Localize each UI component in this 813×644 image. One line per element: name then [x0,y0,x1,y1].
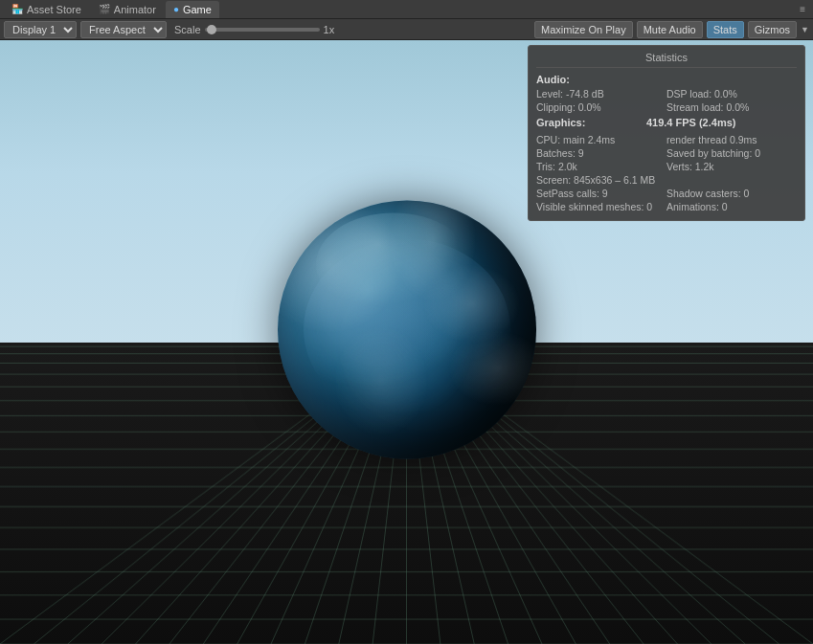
visible-row: Visible skinned meshes: 0 Animations: 0 [536,201,797,212]
tris-row: Tris: 2.0k Verts: 1.2k [536,161,797,172]
gizmos-chevron[interactable]: ▼ [801,25,809,34]
scale-slider[interactable] [205,28,320,32]
tris-label: Tris: 2.0k [536,161,666,172]
scale-slider-thumb [207,25,216,34]
viewport: Statistics Audio: Level: -74.8 dB DSP lo… [0,40,813,644]
setpass-label: SetPass calls: 9 [536,188,666,199]
verts-label: Verts: 1.2k [666,161,797,172]
shadow-label: Shadow casters: 0 [666,188,797,199]
tab-asset-store-label: Asset Store [27,4,81,15]
mute-button[interactable]: Mute Audio [637,21,703,38]
display-select[interactable]: Display 1 [4,21,77,38]
audio-header: Audio: [536,74,797,85]
store-icon: 🏪 [11,4,23,14]
visible-label: Visible skinned meshes: 0 [536,201,666,212]
planet-clouds [278,200,536,458]
screen-row: Screen: 845x636 – 6.1 MB [536,174,797,186]
saved-label: Saved by batching: 0 [666,147,797,159]
tab-animator[interactable]: 🎬 Animator [91,1,164,18]
scale-slider-container: 1x [205,24,335,35]
animator-icon: 🎬 [99,4,110,14]
tab-game-label: Game [183,4,212,15]
animations-label: Animations: 0 [666,201,797,212]
setpass-row: SetPass calls: 9 Shadow casters: 0 [536,188,797,199]
audio-clipping-row: Clipping: 0.0% Stream load: 0.0% [536,101,797,113]
scale-value: 1x [324,24,335,35]
batches-label: Batches: 9 [536,147,666,159]
tab-menu-button[interactable]: ≡ [796,4,809,14]
render-label: render thread 0.9ms [666,134,797,145]
maximize-button[interactable]: Maximize On Play [534,21,633,38]
tab-animator-label: Animator [114,4,156,15]
graphics-header-row: Graphics: 419.4 FPS (2.4ms) [536,117,797,131]
stats-button[interactable]: Stats [707,21,744,38]
gizmos-button[interactable]: Gizmos [748,21,797,38]
dsp-label: DSP load: 0.0% [666,88,797,100]
game-icon: ● [173,4,179,14]
fps-label: 419.4 FPS (2.4ms) [646,117,736,128]
cpu-row: CPU: main 2.4ms render thread 0.9ms [536,134,797,145]
stats-panel: Statistics Audio: Level: -74.8 dB DSP lo… [528,45,805,221]
cpu-label: CPU: main 2.4ms [536,134,666,145]
toolbar: Display 1 Free Aspect Scale 1x Maximize … [0,19,813,40]
batches-row: Batches: 9 Saved by batching: 0 [536,147,797,159]
stats-title: Statistics [536,52,797,68]
aspect-select[interactable]: Free Aspect [80,21,167,38]
tab-asset-store[interactable]: 🏪 Asset Store [4,1,89,18]
graphics-header: Graphics: [536,117,585,128]
stream-label: Stream load: 0.0% [666,101,797,113]
planet [278,200,536,458]
scale-label: Scale [174,24,201,35]
screen-label: Screen: 845x636 – 6.1 MB [536,174,655,186]
clipping-label: Clipping: 0.0% [536,101,666,113]
tab-game[interactable]: ● Game [166,1,219,18]
level-label: Level: -74.8 dB [536,88,666,100]
tab-bar: 🏪 Asset Store 🎬 Animator ● Game ≡ [0,0,813,19]
audio-level-row: Level: -74.8 dB DSP load: 0.0% [536,88,797,100]
